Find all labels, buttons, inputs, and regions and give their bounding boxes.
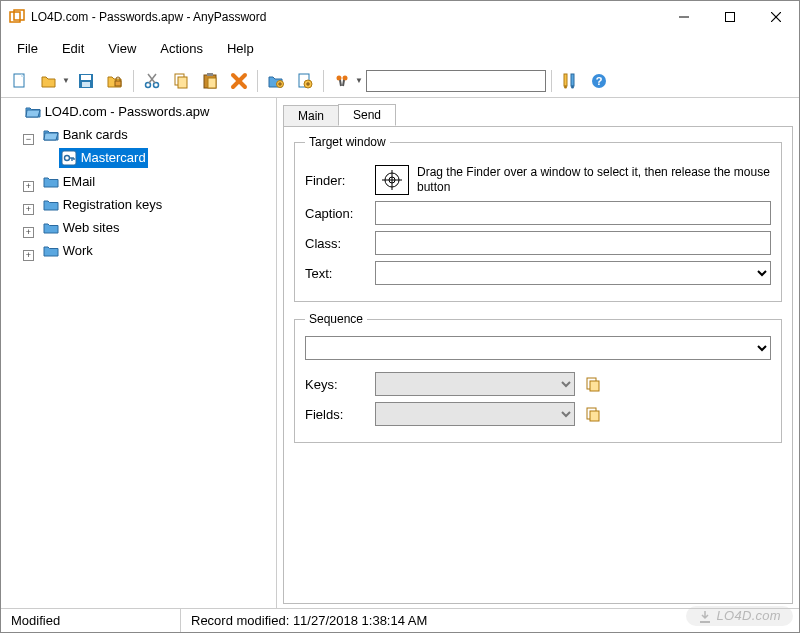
menubar: File Edit View Actions Help	[1, 33, 799, 64]
sequence-select[interactable]	[305, 336, 771, 360]
expander-none	[5, 108, 16, 119]
key-icon	[61, 150, 77, 166]
tree-item-bank-cards[interactable]: − Bank cards Mastercard	[23, 125, 274, 172]
text-select[interactable]	[375, 261, 771, 285]
options-button[interactable]	[557, 68, 583, 94]
collapse-icon[interactable]: −	[23, 134, 34, 145]
save-button[interactable]	[73, 68, 99, 94]
tree-label: Mastercard	[81, 148, 146, 168]
svg-rect-49	[590, 381, 599, 391]
svg-rect-9	[82, 82, 90, 87]
svg-rect-18	[207, 73, 213, 76]
folder-open-icon	[25, 105, 41, 119]
svg-line-32	[343, 80, 344, 86]
tabs: Main Send	[283, 102, 793, 126]
keys-copy-button[interactable]	[583, 374, 603, 394]
toolbar-search-input[interactable]	[366, 70, 546, 92]
menu-file[interactable]: File	[7, 37, 48, 60]
tree-label: Registration keys	[63, 195, 163, 215]
keys-label: Keys:	[305, 377, 367, 392]
expand-icon[interactable]: +	[23, 250, 34, 261]
svg-rect-3	[726, 13, 735, 22]
class-input[interactable]	[375, 231, 771, 255]
text-label: Text:	[305, 266, 367, 281]
caption-label: Caption:	[305, 206, 367, 221]
tree-item-registration-keys[interactable]: + Registration keys	[23, 195, 274, 218]
sequence-group: Sequence Keys: Fields:	[294, 312, 782, 443]
tree-label: Bank cards	[63, 125, 128, 145]
tree-label: Work	[63, 241, 93, 261]
tab-send[interactable]: Send	[338, 104, 396, 126]
folder-open-icon	[43, 128, 59, 142]
finder-label: Finder:	[305, 173, 367, 188]
crosshair-icon	[381, 169, 403, 191]
tree-label: Web sites	[63, 218, 120, 238]
expand-icon[interactable]: +	[23, 181, 34, 192]
target-window-legend: Target window	[305, 135, 390, 149]
toolbar-separator	[257, 70, 258, 92]
window-title: LO4D.com - Passwords.apw - AnyPassword	[31, 10, 266, 24]
tab-main[interactable]: Main	[283, 105, 339, 126]
svg-rect-16	[178, 77, 187, 88]
svg-rect-52	[700, 621, 710, 623]
tree-item-email[interactable]: + EMail	[23, 172, 274, 195]
menu-edit[interactable]: Edit	[52, 37, 94, 60]
watermark: LO4D.com	[686, 606, 793, 626]
menu-actions[interactable]: Actions	[150, 37, 213, 60]
svg-text:?: ?	[595, 75, 602, 87]
find-button[interactable]	[329, 68, 355, 94]
expand-icon[interactable]: +	[23, 227, 34, 238]
folder-icon	[43, 198, 59, 212]
find-dropdown-icon[interactable]: ▼	[355, 76, 363, 85]
caption-input[interactable]	[375, 201, 771, 225]
help-button[interactable]: ?	[586, 68, 612, 94]
folder-icon	[43, 175, 59, 189]
close-button[interactable]	[753, 2, 799, 32]
toolbar: ▼ ▼ ?	[1, 64, 799, 98]
delete-button[interactable]	[226, 68, 252, 94]
app-window: LO4D.com - Passwords.apw - AnyPassword F…	[0, 0, 800, 633]
class-label: Class:	[305, 236, 367, 251]
tree-root[interactable]: LO4D.com - Passwords.apw − Bank cards	[5, 102, 274, 264]
tree-item-work[interactable]: + Work	[23, 241, 274, 264]
new-folder-button[interactable]	[263, 68, 289, 94]
copy-button[interactable]	[168, 68, 194, 94]
save-locked-button[interactable]	[102, 68, 128, 94]
tree-label: LO4D.com - Passwords.apw	[45, 102, 210, 122]
open-file-button[interactable]	[36, 68, 62, 94]
open-dropdown-icon[interactable]: ▼	[62, 76, 70, 85]
svg-point-35	[564, 85, 567, 88]
status-modified: Modified	[1, 609, 181, 632]
svg-point-30	[342, 75, 347, 80]
expand-icon[interactable]: +	[23, 204, 34, 215]
paste-button[interactable]	[197, 68, 223, 94]
toolbar-separator	[323, 70, 324, 92]
tree-item-web-sites[interactable]: + Web sites	[23, 218, 274, 241]
svg-line-13	[149, 74, 156, 83]
svg-rect-10	[115, 81, 121, 86]
new-file-button[interactable]	[7, 68, 33, 94]
cut-button[interactable]	[139, 68, 165, 94]
sequence-legend: Sequence	[305, 312, 367, 326]
keys-select[interactable]	[375, 372, 575, 396]
minimize-button[interactable]	[661, 2, 707, 32]
tab-body-send: Target window Finder: Drag the Finder ov…	[283, 126, 793, 604]
expander-none	[41, 155, 52, 166]
fields-copy-button[interactable]	[583, 404, 603, 424]
svg-rect-34	[571, 74, 574, 86]
titlebar: LO4D.com - Passwords.apw - AnyPassword	[1, 1, 799, 33]
download-icon	[698, 610, 712, 624]
toolbar-separator	[551, 70, 552, 92]
svg-rect-33	[564, 74, 567, 86]
svg-point-29	[336, 75, 341, 80]
maximize-button[interactable]	[707, 2, 753, 32]
tree-item-mastercard[interactable]: Mastercard	[41, 148, 274, 172]
finder-tool[interactable]	[375, 165, 409, 195]
menu-view[interactable]: View	[98, 37, 146, 60]
menu-help[interactable]: Help	[217, 37, 264, 60]
target-window-group: Target window Finder: Drag the Finder ov…	[294, 135, 782, 302]
new-record-button[interactable]	[292, 68, 318, 94]
fields-select[interactable]	[375, 402, 575, 426]
folder-tree[interactable]: LO4D.com - Passwords.apw − Bank cards	[1, 98, 277, 608]
detail-panel: Main Send Target window Finder: Drag the…	[277, 98, 799, 608]
